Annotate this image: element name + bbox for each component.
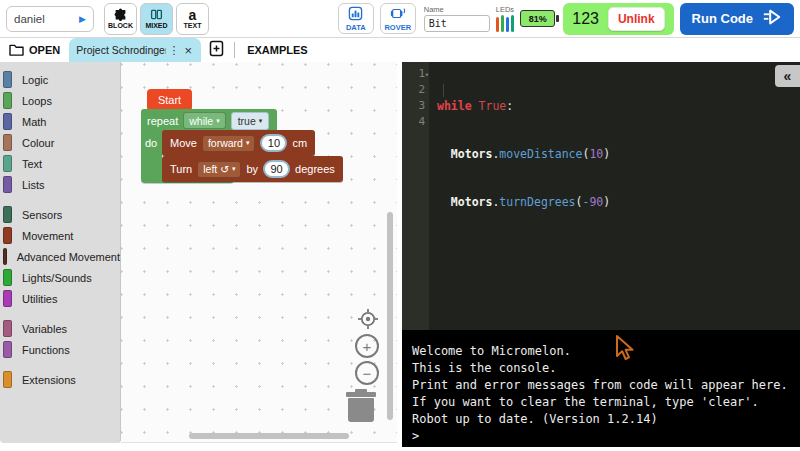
category-utilities[interactable]: Utilities xyxy=(0,288,120,309)
collapse-editor-button[interactable]: « xyxy=(775,65,800,87)
console-terminal[interactable]: Welcome to Micromelon. This is the conso… xyxy=(402,330,800,447)
category-swatch xyxy=(3,248,7,265)
console-line: This is the console. xyxy=(412,360,790,377)
condition-true-block[interactable]: true ▾ xyxy=(231,112,270,130)
zoom-out-button[interactable]: − xyxy=(355,361,379,385)
move-label: Move xyxy=(170,137,197,149)
battery-indicator: 81% xyxy=(520,10,555,27)
project-tab[interactable]: Project Schrodinger ⋮ × xyxy=(69,38,201,62)
code-token: turnDegrees xyxy=(499,195,575,209)
chevron-down-icon: ▾ xyxy=(246,139,250,147)
code-token: Motors xyxy=(451,147,493,161)
fold-caret-icon[interactable]: ▾ xyxy=(425,67,429,83)
category-swatch xyxy=(3,371,12,388)
repeat-block-spine[interactable]: do xyxy=(141,132,162,170)
plus-icon: + xyxy=(363,338,372,355)
category-lists[interactable]: Lists xyxy=(0,174,120,195)
data-button[interactable]: DATA xyxy=(338,3,374,34)
console-prompt: > xyxy=(412,428,790,445)
split-columns-icon xyxy=(150,8,163,21)
category-sensors[interactable]: Sensors xyxy=(0,204,120,225)
category-loops[interactable]: Loops xyxy=(0,90,120,111)
user-name: daniel xyxy=(14,13,45,25)
center-workspace-button[interactable] xyxy=(357,308,379,334)
console-line: Robot up to date. (Version 1.2.14) xyxy=(412,411,790,428)
category-movement[interactable]: Movement xyxy=(0,225,120,246)
user-select[interactable]: daniel ▶ xyxy=(6,6,94,32)
run-code-button[interactable]: Run Code xyxy=(680,3,794,35)
category-math[interactable]: Math xyxy=(0,111,120,132)
toolbar-right-cluster: DATA ROVER Name LEDs xyxy=(338,3,794,35)
category-advanced-movement[interactable]: Advanced Movement xyxy=(0,246,120,267)
connection-status-panel: 123 Unlink xyxy=(563,3,673,35)
zoom-in-button[interactable]: + xyxy=(355,334,379,358)
tab-menu-icon[interactable]: ⋮ xyxy=(166,44,183,57)
repeat-while-block[interactable]: repeat while ▾ true ▾ xyxy=(141,109,277,132)
code-token: : xyxy=(506,99,513,113)
canvas-vertical-scrollbar[interactable] xyxy=(387,212,393,420)
unlink-button[interactable]: Unlink xyxy=(608,7,665,31)
code-editor[interactable]: 1▾ 2 3 4 while True: Motors.moveDistance… xyxy=(402,62,800,330)
category-text[interactable]: Text xyxy=(0,153,120,174)
code-line xyxy=(437,242,800,258)
code-text[interactable]: while True: Motors.moveDistance(10) Moto… xyxy=(429,62,800,330)
rover-name-input[interactable] xyxy=(424,15,490,32)
code-token: ) xyxy=(603,195,610,209)
block-mode-button[interactable]: BLOCK xyxy=(104,3,137,35)
bottom-strip xyxy=(402,447,800,451)
view-mode-group: BLOCK MIXED a TEXT xyxy=(104,3,209,35)
do-label: do xyxy=(145,137,157,149)
user-expand-icon[interactable]: ▶ xyxy=(79,14,86,24)
category-swatch xyxy=(3,134,12,151)
block-workspace-pane: Logic Loops Math Colour Text Lists Senso… xyxy=(0,62,402,451)
tab-close-icon[interactable]: × xyxy=(183,43,195,58)
rover-number: 123 xyxy=(572,10,599,28)
category-colour[interactable]: Colour xyxy=(0,132,120,153)
category-swatch xyxy=(3,92,12,109)
turn-unit-label: degrees xyxy=(295,163,335,175)
blockly-canvas[interactable]: Start repeat while ▾ true ▾ do xyxy=(121,62,397,443)
main-content: Logic Loops Math Colour Text Lists Senso… xyxy=(0,62,800,451)
code-token: ) xyxy=(603,147,610,161)
text-mode-button[interactable]: a TEXT xyxy=(176,3,209,35)
turn-degrees-field[interactable]: 90 xyxy=(263,160,290,178)
console-line: Print and error messages from code will … xyxy=(412,377,790,394)
repeat-mode-dropdown[interactable]: while ▾ xyxy=(183,112,225,129)
category-variables[interactable]: Variables xyxy=(0,318,120,339)
chevron-down-icon: ▾ xyxy=(259,117,263,125)
canvas-horizontal-scrollbar[interactable] xyxy=(189,433,349,439)
turn-by-label: by xyxy=(246,163,258,175)
bar-chart-icon xyxy=(348,6,363,23)
category-logic[interactable]: Logic xyxy=(0,69,120,90)
line-number-gutter: 1▾ 2 3 4 xyxy=(402,62,429,330)
turn-label: Turn xyxy=(170,163,192,175)
category-swatch xyxy=(3,320,12,337)
category-extensions[interactable]: Extensions xyxy=(0,369,120,390)
move-block[interactable]: Move forward ▾ 10 cm xyxy=(162,130,315,156)
start-block[interactable]: Start xyxy=(147,89,192,110)
trash-icon[interactable] xyxy=(344,392,378,424)
move-direction-dropdown[interactable]: forward ▾ xyxy=(202,135,256,152)
open-file-button[interactable]: OPEN xyxy=(0,38,69,62)
turn-direction-dropdown[interactable]: left ↺ ▾ xyxy=(197,161,241,178)
run-code-label: Run Code xyxy=(692,11,753,26)
category-functions[interactable]: Functions xyxy=(0,339,120,360)
leds-bars-icon xyxy=(496,15,515,33)
code-token: True xyxy=(479,99,507,113)
category-swatch xyxy=(3,113,12,130)
minus-icon: − xyxy=(363,365,372,382)
text-mode-label: TEXT xyxy=(184,22,202,29)
puzzle-icon xyxy=(114,8,127,21)
battery-percent: 81% xyxy=(529,14,547,24)
rover-button[interactable]: ROVER xyxy=(380,3,416,34)
examples-tab[interactable]: EXAMPLES xyxy=(237,38,318,62)
move-distance-field[interactable]: 10 xyxy=(260,134,287,152)
new-file-button[interactable] xyxy=(201,38,232,62)
repeat-label: repeat xyxy=(147,115,178,127)
code-token xyxy=(472,99,479,113)
tab-divider xyxy=(234,42,235,58)
category-swatch xyxy=(3,155,12,172)
mixed-mode-button[interactable]: MIXED xyxy=(140,3,173,35)
turn-block[interactable]: Turn left ↺ ▾ by 90 degrees xyxy=(162,156,343,182)
category-lights-sounds[interactable]: Lights/Sounds xyxy=(0,267,120,288)
